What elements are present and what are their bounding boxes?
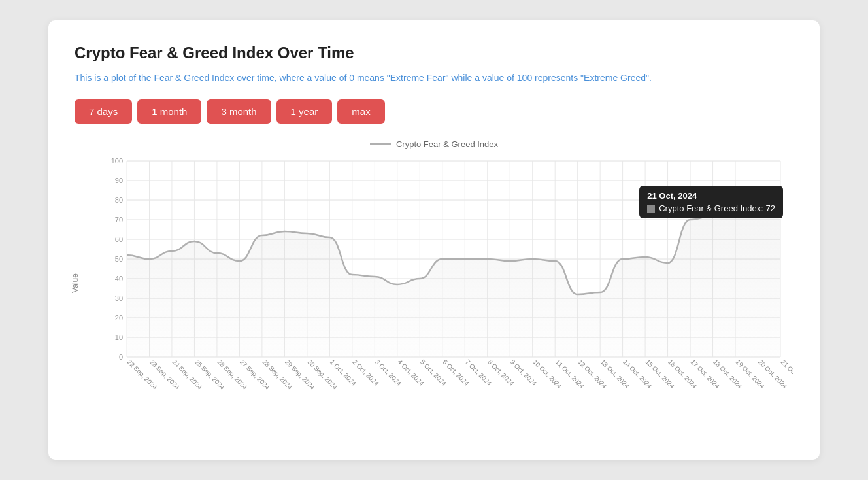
main-card: Crypto Fear & Greed Index Over Time This… [48, 20, 820, 460]
filter-buttons: 7 days1 month3 month1 yearmax [75, 99, 793, 124]
filter-btn-3-month[interactable]: 3 month [207, 99, 271, 124]
chart-area: Crypto Fear & Greed Index Value 21 Oct, … [75, 139, 793, 440]
filter-btn-7-days[interactable]: 7 days [75, 99, 132, 124]
chart-canvas [101, 154, 793, 409]
filter-btn-1-year[interactable]: 1 year [276, 99, 333, 124]
filter-btn-max[interactable]: max [337, 99, 384, 124]
legend-label: Crypto Fear & Greed Index [396, 139, 498, 149]
y-axis-label: Value [71, 273, 80, 293]
legend-line-icon [370, 143, 391, 145]
subtitle: This is a plot of the Fear & Greed Index… [75, 71, 793, 85]
page-title: Crypto Fear & Greed Index Over Time [75, 44, 793, 62]
chart-legend: Crypto Fear & Greed Index [75, 139, 793, 149]
filter-btn-1-month[interactable]: 1 month [137, 99, 201, 124]
